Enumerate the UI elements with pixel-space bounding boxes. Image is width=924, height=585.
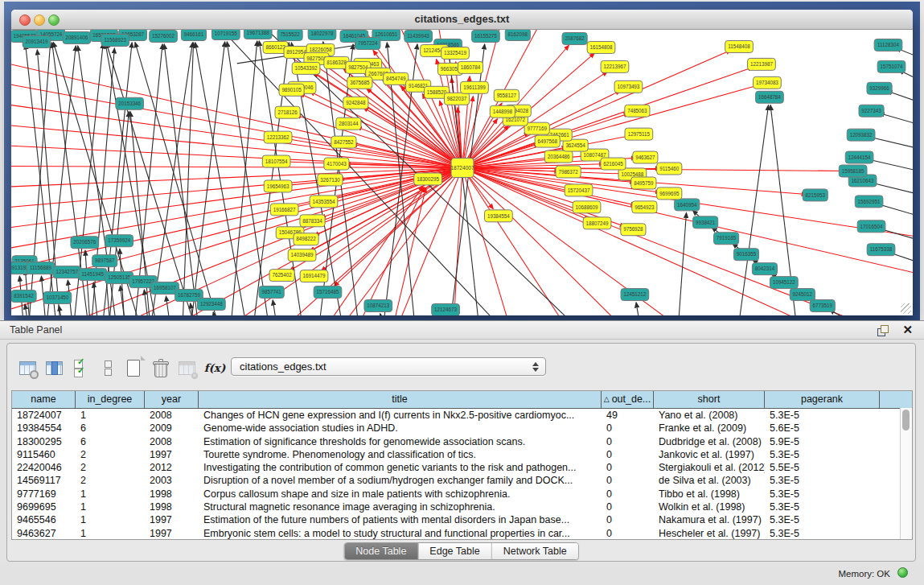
network-node-label: 3267130 (320, 177, 340, 183)
memory-status-label: Memory: OK (838, 569, 890, 579)
table-header: namein_degreeyeartitle△out_de...shortpag… (12, 391, 912, 409)
network-node-label: 19166827 (273, 207, 296, 212)
status-bar: Memory: OK (0, 563, 924, 585)
cell-out_degree: 0 (602, 435, 654, 448)
table-source-dropdown[interactable]: citations_edges.txt (231, 357, 546, 376)
network-node-label: 12093832 (850, 132, 873, 138)
cell-out_degree: 0 (602, 474, 654, 487)
network-node-label: 9329966 (869, 85, 889, 91)
tab-network-table[interactable]: Network Table (492, 543, 578, 559)
table-row[interactable]: 1938455462009Genome-wide association stu… (12, 422, 912, 435)
column-header-in_degree[interactable]: in_degree (76, 391, 145, 408)
network-node-label: 1640954 (677, 202, 697, 208)
cell-year: 2008 (145, 435, 199, 448)
network-node-label: 3624554 (565, 142, 585, 148)
cell-short: Stergiakouli et al. (2012) (654, 461, 765, 474)
table-tabs: Node TableEdge TableNetwork Table (343, 542, 578, 560)
table-row[interactable]: 946362711997Embryonic stem cells: a mode… (12, 527, 912, 540)
tab-node-table[interactable]: Node Table (344, 543, 418, 559)
column-header-out_degree[interactable]: △out_de... (602, 391, 654, 408)
network-node-label: 16782759 (178, 292, 200, 298)
network-node-label: 10025488 (621, 171, 643, 177)
new-column-icon[interactable] (123, 356, 145, 379)
network-node-label: 1860784 (461, 64, 481, 70)
window-titlebar[interactable]: citations_edges.txt (11, 10, 913, 30)
table-row[interactable]: 911546021997Tourette syndrome. Phenomeno… (12, 448, 912, 461)
network-node-label: 18300295 (417, 176, 439, 182)
show-columns-icon[interactable] (43, 356, 65, 379)
network-node-label: 11568923 (105, 37, 127, 43)
cell-out_degree: 0 (602, 513, 654, 526)
network-node-label: 11439943 (407, 33, 429, 39)
cell-title: Corpus callosum shape and size in male p… (199, 488, 602, 501)
network-node-label: 7957224 (358, 40, 378, 46)
network-node-label: 18022978 (311, 31, 334, 36)
network-node-label: 19611399 (463, 84, 486, 90)
close-panel-icon[interactable]: ✕ (902, 323, 913, 337)
network-node-label: 1448998 (493, 109, 513, 114)
network-node-label: 12124673 (434, 307, 457, 312)
vertical-scrollbar[interactable] (900, 408, 912, 539)
network-node-label: 9827504 (348, 64, 368, 70)
table-settings-icon[interactable] (17, 356, 39, 379)
network-node-label: 9699695 (659, 191, 680, 196)
network-node-label: 9890105 (281, 87, 302, 93)
column-header-title[interactable]: title (199, 391, 602, 408)
cell-pagerank: 5.3E-5 (765, 527, 880, 540)
network-node-label: 9242848 (346, 100, 366, 105)
network-node-label: 16648784 (758, 94, 781, 100)
cell-out_degree: 0 (602, 488, 654, 501)
table-row[interactable]: 1830029562008Estimation of significance … (12, 435, 912, 448)
table-row[interactable]: 1872400712008Changes of HCN gene express… (12, 409, 912, 422)
network-node-label: 15276002 (152, 33, 175, 39)
network-node-label: 2087682 (565, 35, 585, 41)
cell-pagerank: 5.9E-5 (765, 435, 880, 448)
tab-edge-table[interactable]: Edge Table (418, 543, 491, 559)
table-row[interactable]: 969969511998Structural magnetic resonanc… (12, 501, 912, 513)
network-node-label: 14353554 (313, 199, 335, 204)
network-node-label: 20364486 (548, 154, 570, 159)
cell-title: Structural magnetic resonance image aver… (199, 501, 602, 513)
select-rows-icon[interactable]: ✓ ✓ (70, 356, 92, 379)
network-node-label: 6497568 (537, 138, 557, 144)
window-resize-grip[interactable] (901, 303, 911, 314)
cell-year: 1997 (145, 513, 199, 526)
table-row[interactable]: 946554611997Estimation of the future num… (12, 513, 912, 526)
function-builder-icon[interactable]: f(x) (203, 356, 227, 379)
column-header-year[interactable]: year (145, 391, 199, 408)
column-header-name[interactable]: name (12, 391, 76, 408)
cell-in_degree: 6 (76, 422, 145, 435)
network-node-label: 18107554 (265, 159, 288, 164)
network-node-label: 8391542 (14, 293, 34, 299)
network-node-label: 9822037 (447, 96, 467, 101)
table-row[interactable]: 1456911722003Disruption of a novel membe… (12, 474, 912, 487)
table-row[interactable]: 977716911998Corpus callosum shape and si… (12, 488, 912, 501)
network-node-label: 8042314 (755, 266, 775, 271)
network-node-label: 16958107 (154, 285, 176, 290)
column-header-short[interactable]: short (654, 391, 765, 408)
cell-pagerank: 5.6E-5 (765, 422, 880, 435)
network-node-label: 12505135 (108, 274, 130, 280)
network-node-label: 7986372 (558, 169, 578, 175)
delete-column-icon[interactable] (150, 356, 171, 379)
network-node-label: 20913419 (26, 39, 48, 44)
table-row[interactable]: 2242004622012Investigating the contribut… (12, 461, 912, 474)
cell-title: Tourette syndrome. Phenomenology and cla… (199, 448, 602, 461)
scrollbar-thumb[interactable] (902, 410, 910, 431)
network-node-label: 12610651 (375, 31, 397, 37)
row-height-icon[interactable] (97, 356, 118, 379)
float-panel-icon[interactable] (877, 325, 889, 336)
column-header-pagerank[interactable]: pagerank (765, 391, 880, 408)
network-node-label: 8454749 (386, 76, 406, 81)
network-node-label: 9245012 (793, 291, 813, 297)
dropdown-arrows-icon (531, 361, 539, 373)
cell-year: 1997 (145, 527, 199, 540)
network-node-label: 8495759 (634, 180, 654, 186)
network-node-label: 4170043 (326, 161, 347, 167)
network-node-label: 19671388 (247, 30, 269, 35)
network-canvas[interactable]: 1940557214055724208914061653128710653287… (11, 30, 913, 315)
table-panel-frame: ✓ ✓ ✕ f(x) citations_edges.txt namein_ (6, 343, 916, 562)
cell-pagerank: 5.3E-5 (765, 448, 880, 461)
network-view-window[interactable]: citations_edges.txt 19405572140557242089… (11, 10, 913, 315)
network-node-label: 20206576 (73, 239, 96, 245)
